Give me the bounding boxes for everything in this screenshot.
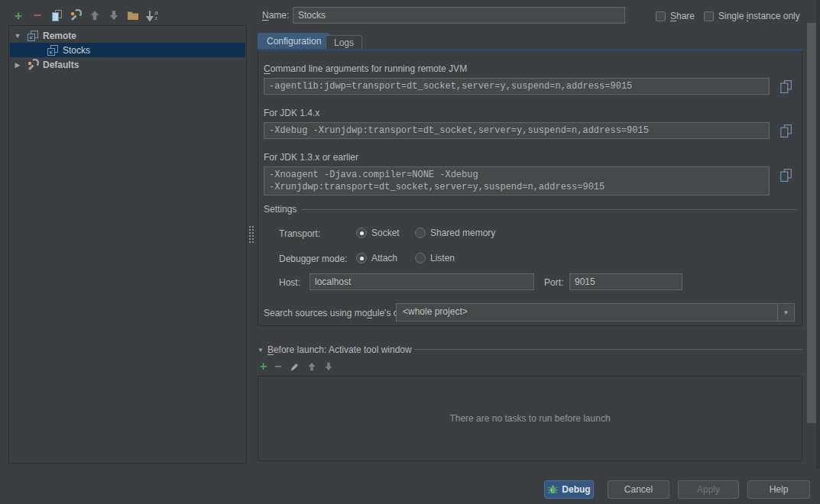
listen-radio[interactable] — [415, 253, 426, 263]
task-down-icon[interactable] — [324, 362, 333, 371]
tree-label-remote: Remote — [43, 31, 76, 41]
copy-icon — [779, 79, 792, 93]
chevron-down-icon[interactable]: ▼ — [777, 304, 794, 321]
tab-logs[interactable]: Logs — [326, 35, 362, 50]
share-checkbox[interactable] — [656, 11, 666, 21]
share-option[interactable]: Share — [656, 11, 695, 21]
tree-node-defaults[interactable]: ▶ Defaults — [10, 57, 245, 72]
cmdline-field[interactable]: -agentlib:jdwp=transport=dt_socket,serve… — [264, 78, 770, 95]
name-input[interactable]: Stocks — [293, 7, 625, 24]
add-task-icon[interactable]: + — [260, 360, 267, 373]
configurations-tree: ▼ Remote Stocks ▶ Defaults — [8, 25, 247, 464]
move-down-icon[interactable] — [106, 8, 122, 22]
splitter-handle[interactable] — [249, 226, 254, 243]
before-launch-toolbar: + − — [260, 360, 333, 373]
edit-defaults-icon[interactable] — [68, 8, 83, 22]
tree-node-stocks[interactable]: Stocks — [10, 43, 245, 57]
share-label: Share — [670, 11, 695, 21]
jdk14-label: For JDK 1.4.x — [264, 108, 319, 118]
chevron-down-icon[interactable]: ▼ — [13, 32, 22, 40]
copy-jdk13-button[interactable] — [779, 168, 792, 182]
cancel-button[interactable]: Cancel — [608, 480, 669, 499]
attach-radio[interactable] — [356, 253, 367, 263]
add-icon[interactable]: + — [11, 8, 26, 22]
copy-icon — [779, 124, 792, 137]
chevron-right-icon[interactable]: ▶ — [13, 61, 22, 69]
transport-label: Transport: — [279, 228, 320, 239]
debugger-mode-label: Debugger mode: — [279, 254, 347, 264]
before-launch-title: Before launch: Activate tool window — [267, 344, 412, 355]
copy-icon[interactable] — [49, 8, 64, 22]
tab-configuration[interactable]: Configuration — [258, 33, 330, 50]
jdk14-field[interactable]: -Xdebug -Xrunjdwp:transport=dt_socket,se… — [264, 122, 770, 139]
cmdline-label: Command line arguments for running remot… — [264, 63, 467, 74]
tree-label-defaults: Defaults — [43, 60, 79, 70]
task-up-icon[interactable] — [307, 362, 316, 371]
empty-tasks-message: There are no tasks to run before launch — [449, 413, 610, 424]
single-instance-label: Single instance only — [718, 11, 800, 21]
single-instance-checkbox[interactable] — [704, 11, 714, 21]
jdk13-field[interactable]: -Xnoagent -Djava.compiler=NONE -Xdebug -… — [264, 166, 770, 195]
settings-separator — [301, 209, 797, 210]
wrench-icon — [27, 59, 39, 71]
remove-task-icon[interactable]: − — [274, 360, 281, 373]
single-instance-option[interactable]: Single instance only — [704, 11, 800, 21]
debugger-attach-option[interactable]: Attach — [356, 253, 397, 263]
tree-node-remote[interactable]: ▼ Remote — [10, 28, 245, 43]
configurations-toolbar: + − a z — [11, 8, 160, 22]
remote-config-icon — [27, 30, 39, 42]
socket-radio[interactable] — [356, 228, 367, 238]
jdk13-label: For JDK 1.3.x or earlier — [264, 152, 358, 163]
help-button[interactable]: Help — [747, 480, 810, 499]
copy-cmdline-button[interactable] — [779, 79, 792, 93]
edit-task-icon[interactable] — [290, 362, 300, 372]
copy-jdk14-button[interactable] — [779, 124, 792, 137]
move-up-icon[interactable] — [87, 8, 102, 22]
copy-icon — [779, 168, 792, 182]
tree-label-stocks: Stocks — [63, 45, 90, 56]
collapse-icon[interactable]: ▼ — [258, 347, 264, 354]
apply-button[interactable]: Apply — [678, 480, 739, 499]
remote-config-icon — [47, 44, 59, 57]
scrollbar-thumb[interactable] — [807, 23, 816, 423]
host-label: Host: — [279, 277, 300, 288]
bug-icon — [547, 484, 558, 495]
before-launch-separator — [414, 349, 802, 350]
new-folder-icon[interactable] — [125, 8, 141, 22]
scrollbar-track — [816, 0, 820, 469]
port-label: Port: — [544, 277, 563, 288]
before-launch-header[interactable]: ▼ Before launch: Activate tool window — [258, 344, 412, 355]
debug-button[interactable]: Debug — [544, 480, 594, 499]
name-label: Name: — [262, 10, 289, 21]
port-input[interactable]: 9015 — [569, 273, 682, 290]
transport-shared-memory-option[interactable]: Shared memory — [415, 228, 495, 238]
settings-section-label: Settings — [264, 204, 297, 215]
remove-icon[interactable]: − — [30, 8, 45, 22]
debugger-listen-option[interactable]: Listen — [415, 253, 455, 263]
classpath-combobox[interactable]: <whole project> ▼ — [396, 303, 795, 321]
host-input[interactable]: localhost — [310, 273, 534, 290]
before-launch-tasks-panel: There are no tasks to run before launch — [258, 376, 802, 461]
sort-alphabetically-icon[interactable]: a z — [144, 8, 160, 22]
shared-memory-radio[interactable] — [415, 228, 426, 238]
transport-socket-option[interactable]: Socket — [356, 228, 400, 238]
